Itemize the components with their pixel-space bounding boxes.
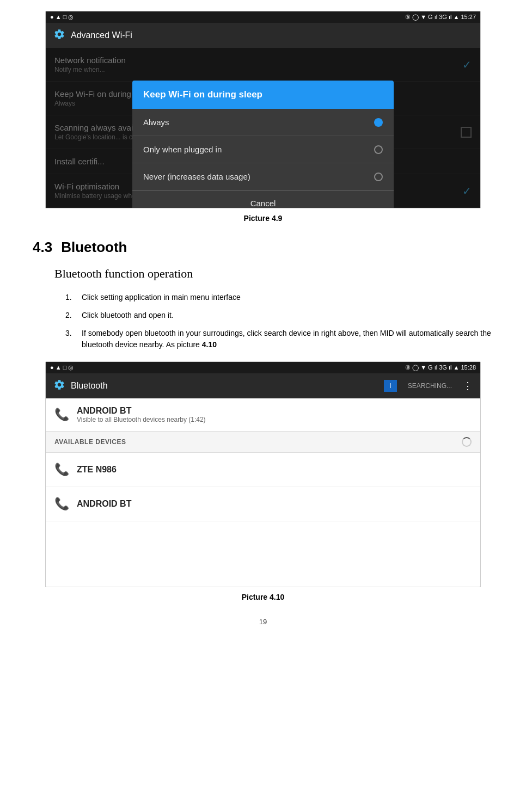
dialog-option-plugged-label: Only when plugged in xyxy=(143,145,222,154)
dialog-option-always-label: Always xyxy=(143,118,169,127)
bt-my-device-name: ANDROID BT xyxy=(77,406,206,416)
bt-device-zte[interactable]: 📞 ZTE N986 xyxy=(46,453,480,487)
wifi-app-bar: Advanced Wi-Fi xyxy=(46,23,480,48)
step-1-text: Click setting application in main menu i… xyxy=(82,292,493,303)
bt-toggle[interactable]: I xyxy=(384,380,396,392)
bt-searching-label: SEARCHING... xyxy=(408,382,452,390)
status-left-icons: ● ▲ □ ◎ xyxy=(50,14,74,21)
step-2-text: Click bluetooth and open it. xyxy=(82,310,493,321)
bt-my-device: 📞 ANDROID BT Visible to all Bluetooth de… xyxy=(46,398,480,432)
screenshot-wifi: ● ▲ □ ◎ ⑧ ◯ ▼ G ıl 3G ıl ▲ 15:27 Advance… xyxy=(45,11,481,208)
bt-gear-icon xyxy=(53,379,65,393)
dialog-option-always[interactable]: Always xyxy=(132,109,394,136)
subsection-heading: Bluetooth function operation xyxy=(54,267,493,281)
bt-phone-icon-android: 📞 xyxy=(54,497,69,511)
bt-phone-icon-zte: 📞 xyxy=(54,463,69,477)
bt-available-header: AVAILABLE DEVICES xyxy=(46,432,480,453)
bt-android-label: ANDROID BT xyxy=(77,499,131,509)
step-3-text: If somebody open bluetooth in your surro… xyxy=(82,328,493,350)
bt-available-label: AVAILABLE DEVICES xyxy=(54,438,126,446)
step-3: 3. If somebody open bluetooth in your su… xyxy=(65,328,493,350)
bt-device-android[interactable]: 📞 ANDROID BT xyxy=(46,487,480,521)
wifi-app-title: Advanced Wi-Fi xyxy=(71,30,132,40)
dialog-overlay: Keep Wi-Fi on during sleep Always Only w… xyxy=(46,48,480,208)
section-number: 4.3 xyxy=(33,239,52,256)
radio-never-empty xyxy=(374,173,383,181)
caption-picture-49: Picture 4.9 xyxy=(33,214,493,223)
wifi-settings-bg: Network notification Notify me when... ✓… xyxy=(46,48,480,208)
bt-phone-icon-my: 📞 xyxy=(54,408,69,422)
bt-my-device-sub: Visible to all Bluetooth devices nearby … xyxy=(77,416,206,423)
bt-app-title: Bluetooth xyxy=(71,381,108,391)
status-bar-wifi: ● ▲ □ ◎ ⑧ ◯ ▼ G ıl 3G ıl ▲ 15:27 xyxy=(46,11,480,23)
dialog-option-never[interactable]: Never (increases data usage) xyxy=(132,163,394,190)
section-title: Bluetooth xyxy=(61,239,127,256)
step-3-bold: 4.10 xyxy=(202,340,217,349)
dialog-title: Keep Wi-Fi on during sleep xyxy=(132,81,394,109)
dialog-option-plugged[interactable]: Only when plugged in xyxy=(132,136,394,163)
dialog-option-never-label: Never (increases data usage) xyxy=(143,172,250,181)
dialog-cancel-button[interactable]: Cancel xyxy=(132,190,394,208)
step-2-num: 2. xyxy=(65,310,82,321)
radio-plugged-empty xyxy=(374,145,383,154)
status-right-info: ⑧ ◯ ▼ G ıl 3G ıl ▲ 15:27 xyxy=(405,14,476,21)
radio-always-selected xyxy=(374,118,383,127)
steps-list: 1. Click setting application in main men… xyxy=(65,292,493,350)
step-3-num: 3. xyxy=(65,328,82,350)
caption-picture-410: Picture 4.10 xyxy=(33,593,493,601)
bt-menu-icon[interactable]: ⋮ xyxy=(463,380,473,392)
step-2: 2. Click bluetooth and open it. xyxy=(65,310,493,321)
status-right-bt: ⑧ ◯ ▼ G ıl 3G ıl ▲ 15:28 xyxy=(405,364,476,371)
screenshot-bluetooth: ● ▲ □ ◎ ⑧ ◯ ▼ G ıl 3G ıl ▲ 15:28 Bluetoo… xyxy=(45,361,481,587)
dialog-keep-wifi: Keep Wi-Fi on during sleep Always Only w… xyxy=(132,81,394,208)
bt-searching-spinner xyxy=(462,437,472,447)
status-bar-bt: ● ▲ □ ◎ ⑧ ◯ ▼ G ıl 3G ıl ▲ 15:28 xyxy=(46,362,480,373)
bt-app-bar: Bluetooth I SEARCHING... ⋮ xyxy=(46,373,480,398)
section-43-heading: 4.3 Bluetooth xyxy=(33,239,493,256)
step-1-num: 1. xyxy=(65,292,82,303)
gear-icon xyxy=(53,28,65,42)
step-1: 1. Click setting application in main men… xyxy=(65,292,493,303)
bt-empty-area xyxy=(46,521,480,587)
page-number: 19 xyxy=(33,618,493,626)
status-left-bt: ● ▲ □ ◎ xyxy=(50,364,74,371)
bt-zte-label: ZTE N986 xyxy=(77,465,117,475)
